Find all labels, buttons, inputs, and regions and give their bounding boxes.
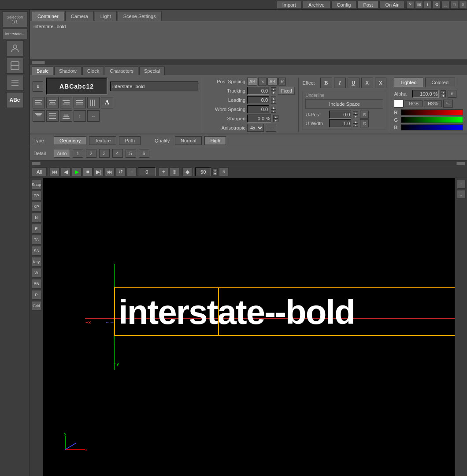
tl-play-btn[interactable]: ▶ — [72, 167, 82, 176]
view-icon-1[interactable] — [6, 41, 24, 56]
ws-dn[interactable]: ▼ — [271, 109, 276, 113]
frame2-dn[interactable]: ▼ — [212, 172, 218, 175]
bb-btn[interactable]: BB — [32, 279, 41, 289]
crawl-btn[interactable]: ↔ — [87, 110, 100, 122]
tl-frame-input[interactable]: 0 — [138, 167, 156, 176]
frame2-up[interactable]: ▲ — [212, 168, 218, 172]
frame2-spin[interactable]: ▲ ▼ — [212, 168, 218, 175]
detail-3-btn[interactable]: 3 — [99, 149, 110, 158]
b-bar-bg[interactable] — [401, 124, 463, 130]
leading-up[interactable]: ▲ — [271, 97, 276, 100]
ab-btn-4[interactable]: R — [278, 78, 286, 86]
sh-up[interactable]: ▲ — [273, 115, 278, 119]
effect-bold-btn[interactable]: B — [320, 78, 332, 88]
leading-dn[interactable]: ▼ — [271, 100, 276, 104]
quality-high-btn[interactable]: High — [204, 136, 226, 145]
detail-4-btn[interactable]: 4 — [112, 149, 123, 158]
detail-6-btn[interactable]: 6 — [139, 149, 149, 158]
sharpen-spin[interactable]: ▲▼ — [273, 115, 278, 122]
rgb-btn[interactable]: RGB — [405, 100, 423, 107]
tracking-dn[interactable]: ▼ — [271, 91, 276, 94]
rs-btn-1[interactable]: ↑ — [457, 180, 466, 189]
ab-btn-1[interactable]: AB — [247, 78, 257, 86]
font-name-input[interactable]: interstate--bold — [110, 82, 198, 91]
tl-all-btn[interactable]: All — [32, 167, 47, 176]
tracking-up[interactable]: ▲ — [271, 87, 276, 91]
effect-italic-btn[interactable]: I — [334, 78, 346, 88]
type-texture-btn[interactable]: Texture — [89, 136, 116, 145]
type-path-btn[interactable]: Path — [119, 136, 141, 145]
upos-input[interactable]: 0.0 — [329, 111, 351, 119]
tl-skip-end-btn[interactable]: ⏭ — [105, 167, 115, 176]
key-btn[interactable]: Key — [32, 257, 41, 267]
help-icon[interactable]: ? — [406, 1, 414, 9]
align-block-btn[interactable] — [87, 97, 100, 108]
max-icon[interactable]: □ — [450, 1, 458, 9]
effect-strike1-btn[interactable]: X — [361, 78, 373, 88]
effect-strike2-btn[interactable]: X — [375, 78, 387, 88]
ab-btn-2[interactable]: rs — [258, 78, 266, 86]
align-right-btn[interactable] — [60, 97, 72, 108]
view-icon-3[interactable] — [6, 75, 24, 91]
effect-underline-btn[interactable]: U — [348, 78, 360, 88]
upos-spin[interactable]: ▲▼ — [353, 111, 358, 118]
r-bar-bg[interactable] — [401, 109, 463, 115]
upos-dn[interactable]: ▼ — [353, 115, 358, 118]
valign-mid-btn[interactable] — [46, 110, 59, 122]
tab-scene-settings[interactable]: Scene Settings — [118, 11, 162, 21]
color-picker-btn[interactable]: ⛏ — [443, 100, 453, 108]
sa-btn[interactable]: SA — [32, 246, 41, 256]
config-btn[interactable]: Config — [331, 1, 357, 9]
tl-stop-btn[interactable]: ■ — [83, 167, 93, 176]
color-swatch[interactable] — [394, 100, 404, 108]
detail-auto-btn[interactable]: Auto — [54, 149, 70, 158]
sharpen-input[interactable]: 0.0 % — [247, 115, 271, 123]
alpha-input[interactable]: 100.0 % — [412, 90, 439, 98]
quality-normal-btn[interactable]: Normal — [175, 136, 202, 145]
align-justify-btn[interactable] — [74, 97, 86, 108]
onair-btn[interactable]: On Air — [379, 1, 404, 9]
settings-icon[interactable]: ⚙ — [433, 1, 441, 9]
close-icon[interactable]: × — [459, 1, 467, 9]
colored-btn[interactable]: Colored — [425, 78, 456, 87]
pp-btn[interactable]: PP — [32, 191, 41, 201]
align-left-btn[interactable] — [33, 97, 45, 108]
e-btn[interactable]: E — [32, 224, 41, 234]
lighted-btn[interactable]: Lighted — [394, 78, 423, 87]
valign-bot-btn[interactable] — [60, 110, 72, 122]
sub-tab-characters[interactable]: Characters — [105, 67, 138, 75]
preview-scrollbar-h[interactable] — [30, 60, 467, 65]
uw-dn[interactable]: ▼ — [353, 123, 358, 127]
ws-up[interactable]: ▲ — [271, 106, 276, 109]
g-bar-bg[interactable] — [401, 117, 463, 123]
valign-top-btn[interactable] — [33, 110, 45, 122]
include-space-btn[interactable]: Include Space — [305, 99, 383, 109]
tl-add-btn[interactable]: + — [159, 167, 168, 176]
mail-icon[interactable]: ✉ — [415, 1, 423, 9]
ab-btn-3[interactable]: AB — [267, 78, 278, 86]
a-dn[interactable]: ▼ — [441, 94, 446, 97]
uwidth-r-btn[interactable]: R — [360, 119, 369, 127]
upos-up[interactable]: ▲ — [353, 111, 358, 115]
sub-tab-clock[interactable]: Clock — [82, 67, 104, 75]
detail-1-btn[interactable]: 1 — [73, 149, 83, 158]
ta-btn[interactable]: TA — [32, 235, 41, 245]
uwidth-spin[interactable]: ▲▼ — [353, 120, 358, 127]
tab-light[interactable]: Light — [95, 11, 117, 21]
aniso-minus-btn[interactable]: — — [266, 124, 276, 132]
tl-add2-btn[interactable]: ⊕ — [170, 167, 179, 176]
scroll-btn[interactable]: ↕ — [74, 110, 86, 122]
tab-camera[interactable]: Camera — [65, 11, 94, 21]
uw-up[interactable]: ▲ — [353, 120, 358, 123]
font-import-btn[interactable]: ⬇ — [33, 81, 43, 92]
text-style-btn[interactable]: A — [101, 97, 113, 108]
p-btn[interactable]: P — [32, 290, 41, 300]
tl-frame2-input[interactable]: 50 — [195, 167, 211, 176]
snap-btn[interactable]: Snap — [32, 180, 41, 190]
sub-tab-special[interactable]: Special — [139, 67, 165, 75]
sh-dn[interactable]: ▼ — [273, 119, 278, 122]
tracking-input[interactable]: 0.0 — [247, 87, 269, 95]
tl-next-btn[interactable]: ▶| — [94, 167, 104, 176]
tl-minus-btn[interactable]: − — [127, 167, 137, 176]
sub-tab-shadow[interactable]: Shadow — [54, 67, 82, 75]
